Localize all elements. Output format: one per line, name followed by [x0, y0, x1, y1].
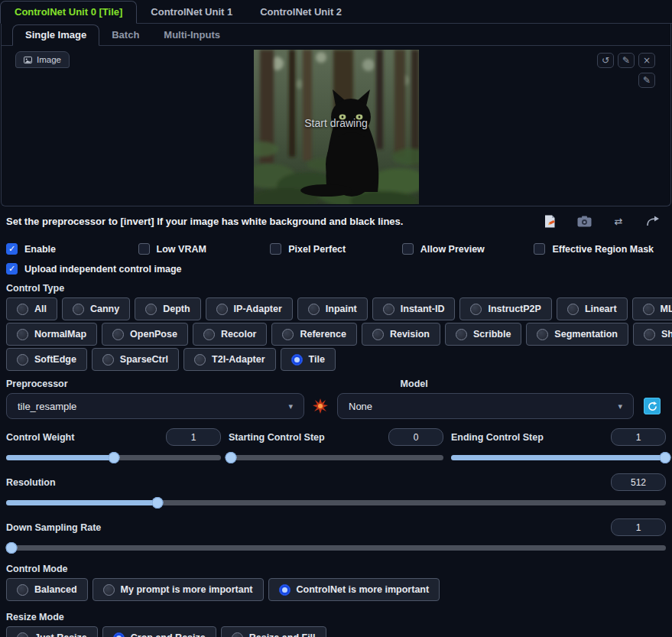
control-type-option-scribble[interactable]: Scribble	[445, 323, 521, 346]
controlnet-unit-tabbar: ControlNet Unit 0 [Tile] ControlNet Unit…	[0, 0, 672, 24]
radio-icon	[102, 354, 114, 366]
effective-region-mask-checkbox[interactable]: Effective Region Mask	[534, 243, 666, 255]
radio-icon	[203, 329, 215, 340]
tab-batch[interactable]: Batch	[99, 25, 151, 45]
pixel-perfect-checkbox[interactable]: Pixel Perfect	[270, 243, 402, 255]
run-preprocessor-icon[interactable]	[313, 398, 328, 414]
image-source-tab[interactable]: Image	[15, 51, 70, 68]
control-type-option-tile[interactable]: Tile	[281, 348, 336, 371]
control-type-option-ip-adapter[interactable]: IP-Adapter	[206, 297, 293, 320]
ending-control-step-label: Ending Control Step	[451, 432, 544, 443]
control-weight-input[interactable]	[166, 428, 221, 446]
control-weight-label: Control Weight	[6, 432, 74, 443]
control-mode-option-controlnet[interactable]: ControlNet is more important	[268, 578, 440, 601]
preprocessor-dropdown[interactable]: tile_resample ▾	[6, 393, 304, 419]
control-type-option-all[interactable]: All	[6, 297, 57, 320]
image-toolbar: ↺ ✎ ×	[597, 53, 655, 68]
check-icon: ✓	[8, 265, 15, 273]
tab-controlnet-unit-1[interactable]: ControlNet Unit 1	[137, 2, 246, 23]
control-type-option-depth[interactable]: Depth	[135, 297, 200, 320]
send-dimensions-icon[interactable]	[644, 213, 661, 229]
starting-control-step-label: Starting Control Step	[229, 432, 325, 443]
chevron-down-icon: ▾	[618, 401, 622, 411]
ending-control-step-input[interactable]	[611, 428, 666, 446]
cat-in-forest-image	[254, 50, 419, 204]
image-upload-area[interactable]: Image ↺ ✎ × ✎	[2, 46, 670, 206]
unit-0-panel: Single Image Batch Multi-Inputs Image ↺ …	[1, 24, 671, 206]
mirror-webcam-icon[interactable]: ⇄	[610, 213, 627, 229]
canvas-action-icons: ⇄	[541, 213, 661, 229]
control-type-label: Control Type	[6, 283, 666, 294]
control-type-option-inpaint[interactable]: Inpaint	[297, 297, 368, 320]
control-image[interactable]: Start drawing	[254, 50, 419, 204]
allow-preview-checkbox[interactable]: Allow Preview	[402, 243, 534, 255]
down-sampling-rate-label: Down Sampling Rate	[6, 522, 101, 533]
brush-icon[interactable]: ✎	[638, 73, 655, 88]
control-type-option-normalmap[interactable]: NormalMap	[6, 323, 97, 346]
enable-checkbox[interactable]: ✓ Enable	[6, 243, 138, 255]
down-sampling-rate-input[interactable]	[611, 518, 666, 536]
clear-icon[interactable]: ×	[638, 53, 655, 68]
radio-icon	[145, 304, 157, 315]
control-type-option-lineart[interactable]: Lineart	[557, 297, 628, 320]
radio-icon	[537, 329, 548, 340]
refresh-models-icon[interactable]	[644, 398, 661, 414]
tab-controlnet-unit-0[interactable]: ControlNet Unit 0 [Tile]	[0, 1, 137, 24]
down-sampling-rate-slider[interactable]	[6, 542, 666, 554]
radio-icon	[232, 632, 243, 637]
slider-handle[interactable]	[5, 542, 17, 554]
radio-selected-icon	[113, 632, 125, 637]
slider-handle[interactable]	[659, 452, 670, 463]
starting-control-step-input[interactable]	[388, 428, 443, 446]
webcam-icon[interactable]	[576, 213, 592, 229]
control-type-option-softedge[interactable]: SoftEdge	[6, 348, 87, 371]
ending-control-step-slider[interactable]	[451, 452, 666, 463]
slider-handle[interactable]	[225, 452, 236, 463]
slider-handle[interactable]	[108, 452, 119, 463]
model-dropdown[interactable]: None ▾	[337, 393, 634, 419]
radio-selected-icon	[279, 584, 291, 596]
resolution-slider[interactable]	[6, 497, 666, 509]
resize-mode-option-crop-and-resize[interactable]: Crop and Resize	[102, 626, 216, 637]
chevron-down-icon: ▾	[288, 401, 293, 411]
control-type-option-recolor[interactable]: Recolor	[193, 323, 268, 346]
radio-icon	[216, 304, 228, 315]
control-type-option-reference[interactable]: Reference	[271, 323, 356, 346]
upload-independent-control-image-checkbox[interactable]: ✓ Upload independent control image	[6, 263, 182, 275]
control-type-option-t2i-adapter[interactable]: T2I-Adapter	[183, 348, 275, 371]
slider-handle[interactable]	[152, 497, 164, 509]
radio-icon	[17, 304, 28, 315]
undo-icon[interactable]: ↺	[597, 53, 614, 68]
control-type-option-canny[interactable]: Canny	[62, 297, 130, 320]
control-mode-option-balanced[interactable]: Balanced	[6, 578, 88, 601]
tab-single-image[interactable]: Single Image	[12, 24, 99, 46]
low-vram-checkbox[interactable]: Low VRAM	[138, 243, 271, 255]
resolution-input[interactable]	[611, 473, 666, 491]
control-type-option-sparsectrl[interactable]: SparseCtrl	[92, 348, 179, 371]
resize-mode-option-just-resize[interactable]: Just Resize	[6, 626, 98, 637]
starting-control-step-slider[interactable]	[229, 452, 443, 463]
control-type-option-openpose[interactable]: OpenPose	[102, 323, 188, 346]
control-mode-option-my-prompt[interactable]: My prompt is more important	[93, 578, 264, 601]
control-type-option-instructp2p[interactable]: InstructP2P	[459, 297, 551, 320]
control-mode-label: Control Mode	[6, 564, 666, 574]
control-type-option-mlsd[interactable]: MLSD	[632, 297, 672, 320]
edit-icon[interactable]: ✎	[618, 53, 635, 68]
radio-icon	[17, 584, 28, 596]
model-label: Model	[401, 379, 428, 389]
control-type-option-segmentation[interactable]: Segmentation	[526, 323, 628, 346]
radio-icon	[567, 304, 579, 315]
resize-mode-option-resize-and-fill[interactable]: Resize and Fill	[221, 626, 326, 637]
brush-toolbar: ✎	[638, 73, 655, 88]
radio-icon	[643, 304, 654, 315]
radio-selected-icon	[291, 354, 303, 366]
new-canvas-icon[interactable]	[541, 213, 558, 229]
image-icon	[24, 56, 32, 64]
control-weight-slider[interactable]	[6, 452, 221, 463]
tab-controlnet-unit-2[interactable]: ControlNet Unit 2	[246, 2, 355, 23]
control-type-option-revision[interactable]: Revision	[362, 323, 440, 346]
control-type-option-shuffle[interactable]: Shuffle	[633, 323, 672, 346]
tab-multi-inputs[interactable]: Multi-Inputs	[151, 25, 232, 45]
control-type-option-instant-id[interactable]: Instant-ID	[372, 297, 456, 320]
radio-icon	[282, 329, 294, 340]
